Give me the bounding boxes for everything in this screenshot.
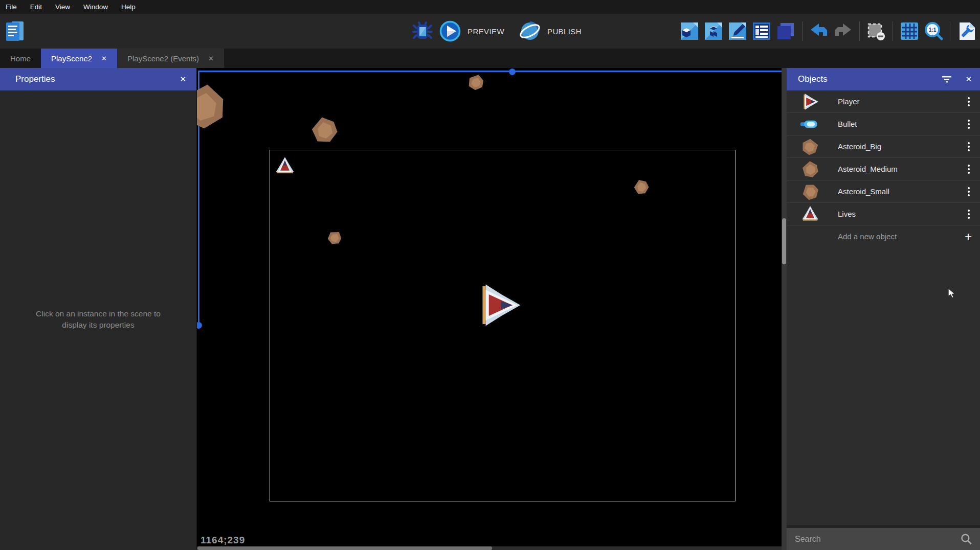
selection-handle-left[interactable] [197,322,202,329]
object-row-player[interactable]: Player [787,90,980,113]
filter-icon[interactable] [942,75,952,83]
search-icon [960,533,973,546]
selection-handle-top[interactable] [509,68,516,75]
objects-panel-header: Objects ✕ [787,68,980,90]
asteroid-big-instance[interactable] [197,77,232,134]
vertical-scrollbar[interactable] [782,68,787,550]
object-menu-icon[interactable] [966,163,972,176]
publish-icon[interactable] [519,20,541,42]
object-row-asteroid-small[interactable]: Asteroid_Small [787,180,980,203]
properties-close-icon[interactable]: ✕ [180,75,186,84]
add-object-row[interactable]: Add a new object + [787,225,980,247]
vertical-scrollbar-thumb[interactable] [782,218,786,264]
objects-close-icon[interactable]: ✕ [965,75,972,84]
lives-icon [801,204,819,224]
object-menu-icon[interactable] [966,95,972,108]
toolbar-separator [802,21,803,41]
object-menu-icon[interactable] [966,118,972,131]
menu-file[interactable]: File [6,3,17,11]
tab-playscene2[interactable]: PlayScene2 ✕ [41,49,117,68]
tab-playscene2-events-label: PlayScene2 (Events) [127,54,199,63]
object-menu-icon[interactable] [966,185,972,198]
menu-window[interactable]: Window [83,3,108,11]
object-groups-icon[interactable] [703,21,724,41]
publish-button[interactable]: PUBLISH [547,27,582,36]
debugger-icon[interactable] [412,21,433,41]
svg-text:1:1: 1:1 [929,27,937,33]
object-row-lives[interactable]: Lives [787,203,980,225]
toolbar-separator [950,21,950,41]
player-instance[interactable] [477,283,522,328]
objects-panel-title: Objects [798,74,828,84]
object-label: Asteroid_Small [838,187,889,196]
menu-help[interactable]: Help [121,3,136,11]
tab-playscene2-events[interactable]: PlayScene2 (Events) ✕ [117,49,224,68]
cursor-coordinates: 1164;239 [201,535,245,546]
horizontal-scrollbar-thumb[interactable] [197,546,492,550]
menu-edit[interactable]: Edit [30,3,42,11]
search-bar [787,528,980,550]
clear-selection-icon[interactable] [866,21,886,41]
properties-empty-message: Click on an instance in the scene to dis… [0,308,196,331]
player-ship-icon [800,93,820,110]
asteroid-medium-icon [800,161,820,178]
objects-editor-icon[interactable] [679,21,700,41]
object-row-asteroid-big[interactable]: Asteroid_Big [787,135,980,158]
asteroid-medium-instance[interactable] [309,114,340,146]
asteroid-small-instance[interactable] [465,71,487,93]
toolbar-right: 1:1 [679,14,977,49]
object-label: Asteroid_Big [838,142,881,151]
zoom-1-1-icon[interactable]: 1:1 [923,21,944,41]
preview-button[interactable]: PREVIEW [467,27,504,36]
toolbar-separator [859,21,860,41]
gdevelop-logo-icon[interactable] [5,20,25,42]
scene-canvas[interactable]: 1164;239 [197,68,787,550]
tab-home-label: Home [10,54,31,63]
object-label: Bullet [838,120,857,128]
object-row-bullet[interactable]: Bullet [787,113,980,135]
tab-home[interactable]: Home [0,49,41,68]
object-label: Asteroid_Medium [838,165,898,173]
menu-view[interactable]: View [55,3,70,11]
bullet-icon [800,119,820,129]
add-object-label: Add a new object [838,232,897,241]
asteroid-big-icon [800,135,820,158]
tab-playscene2-label: PlayScene2 [51,54,92,63]
add-object-plus-icon[interactable]: + [965,231,972,243]
menu-bar: File Edit View Window Help [0,0,980,14]
object-menu-icon[interactable] [966,140,972,153]
object-label: Lives [838,210,856,218]
toolbar-center: PREVIEW PUBLISH [412,14,590,49]
tab-bar: Home PlayScene2 ✕ PlayScene2 (Events) ✕ [0,49,980,68]
toolbar-separator [893,21,893,41]
object-row-asteroid-medium[interactable]: Asteroid_Medium [787,158,980,180]
properties-editor-icon[interactable] [727,21,748,41]
properties-panel-header: Properties ✕ [0,68,196,90]
object-menu-icon[interactable] [966,208,972,221]
tab-close-icon[interactable]: ✕ [101,55,107,62]
properties-panel-title: Properties [15,74,55,84]
gdevelop-window: File Edit View Window Help [0,0,980,550]
layers-editor-icon[interactable] [751,21,772,41]
tab-close-icon[interactable]: ✕ [208,55,214,62]
undo-icon[interactable] [809,21,829,41]
instances-list-icon[interactable] [775,21,796,41]
toolbar: PREVIEW PUBLISH [0,14,980,49]
object-label: Player [838,97,860,106]
scene-properties-icon[interactable] [956,21,977,41]
horizontal-scrollbar[interactable] [197,546,787,550]
search-input[interactable] [794,534,960,544]
preview-icon[interactable] [439,20,461,42]
asteroid-small-icon [797,179,823,204]
properties-panel: Properties ✕ Click on an instance in the… [0,68,197,550]
grid-icon[interactable] [899,21,920,41]
lives-instance[interactable] [275,156,295,176]
selection-border-top [198,71,782,72]
redo-icon[interactable] [833,21,853,41]
objects-panel: Objects ✕ Player Bullet Asteroid_Big [787,68,980,550]
